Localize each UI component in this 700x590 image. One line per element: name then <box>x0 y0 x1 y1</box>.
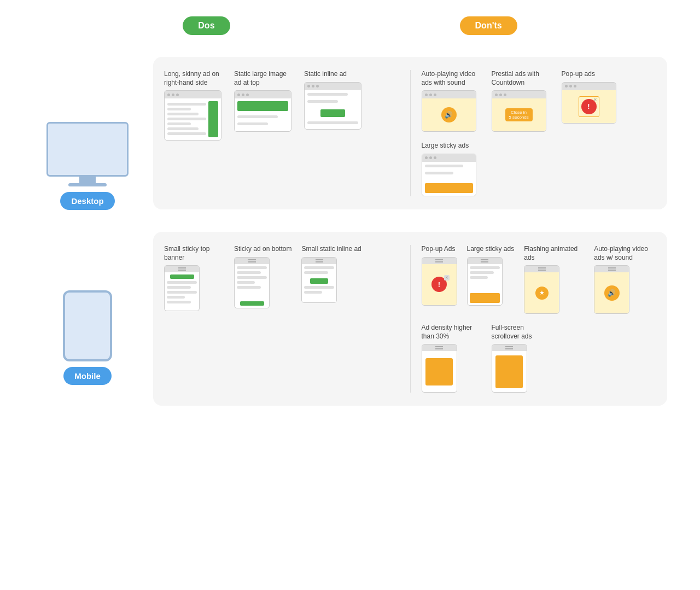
mobile-flashing-browser: ★ <box>524 265 559 314</box>
mobile-small-static-inline-browser <box>301 257 337 303</box>
mobile-flashing-card: Flashing animated ads ★ <box>524 245 584 314</box>
star-icon: ★ <box>535 287 549 300</box>
mobile-small-static-inline-card: Small static inline ad <box>301 245 361 393</box>
mobile-sticky-bottom-browser <box>234 257 270 308</box>
browser-bar <box>165 91 221 98</box>
browser-body <box>235 98 291 131</box>
desktop-static-large-label: Static large image ad at top <box>234 70 294 87</box>
desktop-large-sticky-label: Large sticky ads <box>422 142 476 150</box>
mobile-section: Mobile Small sticky top banner <box>33 232 667 406</box>
desktop-stand <box>79 177 96 183</box>
browser-body <box>165 272 199 311</box>
browser-body <box>235 264 269 308</box>
desktop-auto-video-card: Auto-playing video ads with sound 🔊 <box>422 70 482 132</box>
full-orange-density <box>425 358 453 385</box>
mobile-ad-density-label: Ad density higher than 30% <box>422 324 482 341</box>
mobile-full-screen-label: Full-screen scrollover ads <box>492 324 552 341</box>
browser-bar <box>305 83 361 90</box>
mobile-label: Mobile <box>63 367 112 385</box>
inline-ad-green <box>320 109 345 117</box>
mobile-device-area: Mobile <box>33 232 142 385</box>
browser-body <box>422 351 457 392</box>
skinny-ad-green <box>208 101 218 137</box>
desktop-prestial-browser: Close in5 seconds <box>492 90 546 132</box>
browser-body <box>165 98 221 140</box>
browser-bar <box>492 91 546 98</box>
mobile-popup-card: Pop-up Ads ! ✕ <box>422 245 457 314</box>
browser-body: 🔊 <box>422 98 476 131</box>
mobile-bottom-sticky <box>240 301 264 306</box>
mobile-dos-section: Small sticky top banner <box>164 245 411 393</box>
mobile-auto-video-card: Auto-playing video ads w/ sound 🔊 <box>594 245 654 314</box>
browser-body <box>492 351 527 392</box>
dos-badge: Dos <box>183 16 230 35</box>
mobile-popup-browser: ! ✕ <box>422 257 457 306</box>
mobile-auto-video-label: Auto-playing video ads w/ sound <box>594 245 654 262</box>
desktop-popup-card: Pop-up ads ✕ ! <box>562 70 616 132</box>
browser-bar <box>235 258 269 264</box>
popup-overlay: ✕ ! <box>579 96 599 117</box>
mobile-cards-panel: Small sticky top banner <box>153 232 667 406</box>
browser-body: ! ✕ <box>422 264 457 305</box>
browser-body: Close in5 seconds <box>492 98 546 131</box>
mobile-top-banner <box>170 274 194 279</box>
browser-bar <box>422 154 476 162</box>
mobile-full-screen-card: Full-screen scrollover ads <box>492 324 552 393</box>
mobile-donts-section: Pop-up Ads ! ✕ <box>411 245 657 393</box>
mobile-inline-ad <box>310 278 328 284</box>
desktop-static-large-card: Static large image ad at top <box>234 70 294 196</box>
mobile-flashing-label: Flashing animated ads <box>524 245 584 262</box>
browser-body: ★ <box>524 272 559 313</box>
mobile-sticky-bottom-card: Sticky ad on bottom <box>234 245 291 393</box>
browser-body <box>305 90 361 129</box>
browser-body <box>468 264 502 305</box>
desktop-auto-video-browser: 🔊 <box>422 90 476 132</box>
mobile-device <box>63 290 112 361</box>
header-row: Dos Don'ts <box>33 16 667 35</box>
desktop-static-inline-browser <box>304 82 361 130</box>
desktop-static-inline-label: Static inline ad <box>304 70 361 79</box>
browser-body: ✕ ! <box>562 90 616 123</box>
mobile-large-sticky-browser <box>467 257 503 306</box>
browser-bar <box>562 83 616 90</box>
mobile-large-sticky-orange <box>470 293 500 303</box>
desktop-large-sticky-browser <box>422 154 476 196</box>
desktop-section: Desktop Long, skinny ad on right-hand si… <box>33 57 667 210</box>
mobile-large-sticky-card: Large sticky ads <box>467 245 515 314</box>
mobile-small-sticky-top-card: Small sticky top banner <box>164 245 224 393</box>
desktop-long-skinny-card: Long, skinny ad on right-hand side <box>164 70 224 196</box>
desktop-device <box>44 122 131 186</box>
desktop-prestial-label: Prestial ads with Countdown <box>492 70 552 87</box>
desktop-label: Desktop <box>60 192 114 210</box>
desktop-long-skinny-label: Long, skinny ad on right-hand side <box>164 70 224 87</box>
desktop-long-skinny-browser <box>164 90 221 141</box>
page-wrapper: Dos Don'ts Desktop Long, skinny ad on ri… <box>11 11 689 411</box>
browser-bar <box>422 91 476 98</box>
desktop-device-area: Desktop <box>33 57 142 210</box>
browser-bar <box>302 258 336 264</box>
desktop-prestial-card: Prestial ads with Countdown Close in5 se… <box>492 70 552 132</box>
mobile-large-sticky-label: Large sticky ads <box>467 245 515 254</box>
mobile-popup-label: Pop-up Ads <box>422 245 457 254</box>
desktop-popup-browser: ✕ ! <box>562 82 616 124</box>
browser-bar <box>165 266 199 272</box>
mobile-full-screen-browser <box>492 344 527 393</box>
desktop-static-inline-card: Static inline ad <box>304 70 361 196</box>
mobile-ad-density-browser <box>422 344 457 393</box>
browser-body <box>302 264 336 302</box>
full-orange-screen <box>495 355 523 388</box>
desktop-screen <box>46 122 129 177</box>
desktop-large-sticky-card: Large sticky ads <box>422 142 476 196</box>
desktop-donts-section: Auto-playing video ads with sound 🔊 <box>411 70 657 196</box>
video-icon-mobile: 🔊 <box>604 285 620 301</box>
mobile-ad-density-card: Ad density higher than 30% <box>422 324 482 393</box>
countdown-box: Close in5 seconds <box>505 108 533 121</box>
browser-bar <box>235 91 291 98</box>
donts-badge: Don'ts <box>460 16 517 35</box>
desktop-popup-label: Pop-up ads <box>562 70 616 79</box>
desktop-cards-panel: Long, skinny ad on right-hand side <box>153 57 667 209</box>
mobile-sticky-bottom-label: Sticky ad on bottom <box>234 245 291 254</box>
desktop-base <box>68 183 107 186</box>
mobile-small-sticky-top-label: Small sticky top banner <box>164 245 224 262</box>
mobile-small-sticky-browser <box>164 265 200 311</box>
